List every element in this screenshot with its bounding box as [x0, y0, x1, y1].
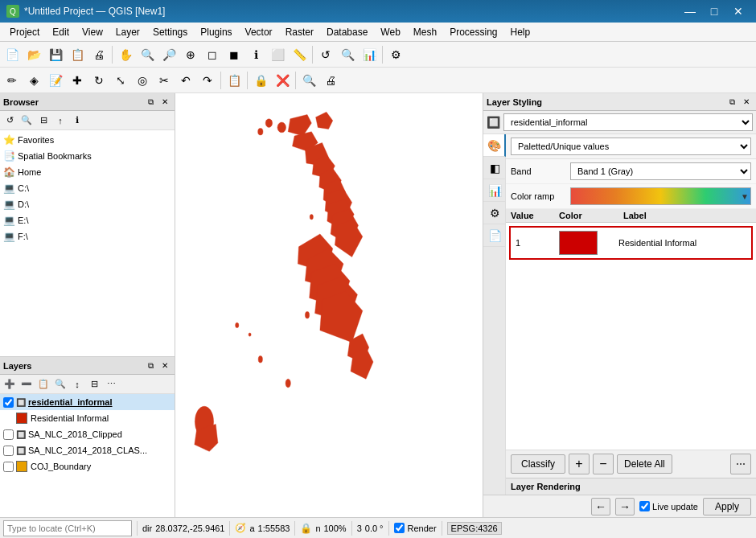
add-ring-btn[interactable]: ◎ [132, 70, 153, 91]
classify-button[interactable]: Classify [511, 454, 565, 474]
layer-coj-boundary[interactable]: COJ_Boundary [0, 458, 175, 474]
save-as-btn[interactable]: 📋 [67, 44, 88, 65]
menu-web[interactable]: Web [374, 23, 406, 41]
pan-btn[interactable]: ✋ [115, 44, 136, 65]
map-canvas[interactable] [175, 93, 483, 517]
style-tab-histogram[interactable]: 📊 [483, 179, 506, 202]
settings-btn[interactable]: ⚙ [385, 44, 406, 65]
print-layout-btn[interactable]: 🖨 [320, 70, 341, 91]
layers-open-attr-btn[interactable]: 📋 [35, 376, 51, 392]
live-update-checkbox[interactable] [639, 501, 650, 511]
menu-processing[interactable]: Processing [443, 23, 503, 41]
styling-float-btn[interactable]: ⧉ [725, 96, 738, 109]
zoom-in-btn[interactable]: 🔍 [137, 44, 158, 65]
locate-search-input[interactable] [3, 520, 132, 536]
menu-settings[interactable]: Settings [146, 23, 194, 41]
remove-value-button[interactable]: − [593, 454, 614, 474]
node-tool-btn[interactable]: ◈ [23, 70, 44, 91]
select-btn[interactable]: ⬜ [267, 44, 288, 65]
layer-check-residential[interactable] [3, 397, 14, 408]
styling-close-btn[interactable]: ✕ [740, 96, 753, 109]
rotate-btn[interactable]: ↻ [88, 70, 109, 91]
browser-close-btn[interactable]: ✕ [158, 96, 171, 109]
browser-info-btn[interactable]: ℹ [69, 113, 85, 129]
menu-database[interactable]: Database [320, 23, 374, 41]
log-btn[interactable]: 📊 [359, 44, 380, 65]
band-dropdown[interactable]: Band 1 (Gray) [570, 162, 751, 180]
simplify-btn[interactable]: ⤡ [110, 70, 131, 91]
menu-plugins[interactable]: Plugins [194, 23, 238, 41]
refresh-btn[interactable]: ↺ [315, 44, 336, 65]
style-tab-metadata[interactable]: 📄 [483, 224, 506, 247]
identify-btn[interactable]: ℹ [245, 44, 266, 65]
measure-btn[interactable]: 📏 [289, 44, 310, 65]
tree-home[interactable]: 🏠 Home [0, 164, 175, 180]
layers-more-btn[interactable]: ⋯ [103, 376, 119, 392]
menu-project[interactable]: Project [3, 23, 46, 41]
tree-drive-d[interactable]: 💻 D:\ [0, 196, 175, 212]
browser-float-btn[interactable]: ⧉ [144, 96, 157, 109]
epsg-display[interactable]: EPSG:4326 [447, 522, 502, 535]
layers-add-btn[interactable]: ➕ [2, 376, 18, 392]
redo-style-btn[interactable]: → [615, 498, 635, 515]
maximize-button[interactable]: □ [703, 2, 725, 20]
menu-view[interactable]: View [76, 23, 109, 41]
tree-drive-f[interactable]: 💻 F:\ [0, 228, 175, 244]
open-btn[interactable]: 📂 [23, 44, 44, 65]
style-tab-rendering[interactable]: ⚙ [483, 202, 506, 224]
close-button[interactable]: ✕ [727, 2, 750, 20]
menu-layer[interactable]: Layer [109, 23, 146, 41]
layer-check-coj[interactable] [3, 462, 14, 472]
minimize-button[interactable]: — [679, 2, 701, 20]
layers-filter-btn[interactable]: 🔍 [52, 376, 68, 392]
save-btn[interactable]: 💾 [45, 44, 66, 65]
zoom-layer-btn[interactable]: ◼ [224, 44, 244, 65]
zoom-out-btn[interactable]: 🔎 [158, 44, 179, 65]
tree-favorites[interactable]: ⭐ Favorites [0, 132, 175, 148]
style-tab-transparency[interactable]: ◧ [483, 157, 506, 179]
new-project-btn[interactable]: 📄 [2, 44, 23, 65]
window-controls[interactable]: — □ ✕ [679, 2, 750, 20]
undo-btn[interactable]: ↶ [175, 70, 196, 91]
menu-edit[interactable]: Edit [46, 23, 76, 41]
menu-mesh[interactable]: Mesh [407, 23, 443, 41]
tree-drive-c[interactable]: 💻 C:\ [0, 180, 175, 196]
browser-refresh-btn[interactable]: ↺ [2, 113, 18, 129]
delete-all-button[interactable]: Delete All [617, 454, 672, 474]
apply-button[interactable]: Apply [703, 498, 751, 515]
layer-sa-nlc-2018[interactable]: 🔲 SA_NLC_2018_Clipped [0, 426, 175, 442]
color-swatch[interactable] [559, 231, 598, 255]
digitize-btn[interactable]: ✏ [2, 70, 23, 91]
layers-collapse-btn[interactable]: ⊟ [86, 376, 102, 392]
renderer-dropdown[interactable]: Paletted/Unique values [511, 138, 751, 155]
browser-collapse-btn[interactable]: ⊟ [35, 113, 51, 129]
layers-close-btn[interactable]: ✕ [158, 359, 171, 372]
color-ramp-button[interactable]: ▼ [570, 187, 751, 205]
add-value-button[interactable]: + [569, 454, 590, 474]
layer-sa-nlc-2014[interactable]: 🔲 SA_NLC_2014_2018_CLAS... [0, 442, 175, 458]
layer-check-sa2014[interactable] [3, 446, 14, 456]
cut-btn[interactable]: ✂ [154, 70, 175, 91]
layer-select-dropdown[interactable]: residential_informal [503, 113, 753, 131]
menu-help[interactable]: Help [504, 23, 537, 41]
menu-vector[interactable]: Vector [239, 23, 279, 41]
snap-btn[interactable]: 🔒 [250, 70, 271, 91]
more-options-button[interactable]: ⋯ [730, 454, 751, 474]
undo-style-btn[interactable]: ← [591, 498, 610, 515]
print-btn[interactable]: 🖨 [88, 44, 109, 65]
browser-up-btn[interactable]: ↑ [52, 113, 68, 129]
table-row[interactable]: 1 Residential Informal [509, 226, 753, 260]
render-checkbox[interactable] [394, 523, 405, 533]
menu-raster[interactable]: Raster [279, 23, 320, 41]
layers-float-btn[interactable]: ⧉ [144, 359, 157, 372]
move-btn[interactable]: ✚ [67, 70, 88, 91]
edit-attr-btn[interactable]: 📝 [45, 70, 66, 91]
search-map-btn[interactable]: 🔍 [298, 70, 319, 91]
zoom-full-btn[interactable]: ⊕ [180, 44, 201, 65]
tree-bookmarks[interactable]: 📑 Spatial Bookmarks [0, 148, 175, 164]
redo-btn[interactable]: ↷ [197, 70, 218, 91]
layers-expand-btn[interactable]: ↕ [69, 376, 85, 392]
style-tab-symbology[interactable]: 🎨 [483, 134, 506, 157]
zoom-select-btn[interactable]: ◻ [202, 44, 223, 65]
attr-table-btn[interactable]: 📋 [224, 70, 244, 91]
